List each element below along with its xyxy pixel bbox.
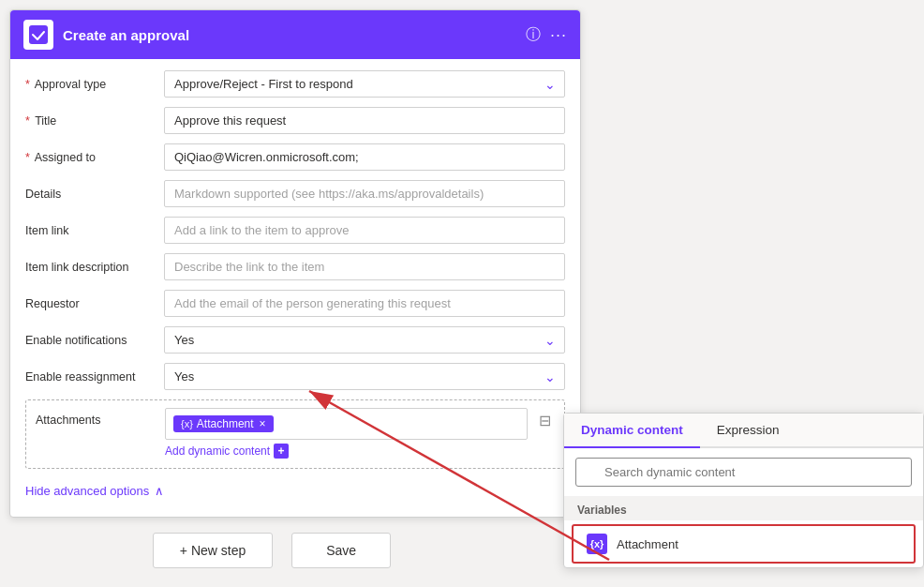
hide-advanced-label: Hide advanced options (25, 484, 149, 498)
approval-type-label: * Approval type (25, 78, 156, 91)
item-link-desc-input[interactable] (164, 253, 565, 280)
title-label: * Title (25, 114, 156, 128)
tab-dynamic-content[interactable]: Dynamic content (564, 414, 700, 448)
card-body: * Approval type Approve/Reject - First t… (10, 59, 580, 517)
variables-section-label: Variables (564, 496, 923, 520)
attachments-section: Attachments {x} Attachment × Add dynamic… (25, 399, 565, 469)
approval-type-row: * Approval type Approve/Reject - First t… (25, 70, 565, 98)
save-button[interactable]: Save (291, 533, 391, 568)
dynamic-content-panel: Dynamic content Expression 🔍 Variables {… (563, 413, 924, 568)
attachments-delete-icon[interactable]: ⊟ (535, 408, 555, 433)
search-icon-wrap: 🔍 (575, 458, 912, 487)
details-row: Details (25, 180, 565, 207)
assigned-to-input[interactable] (164, 143, 565, 171)
enable-notifications-select-wrap: Yes No ⌄ (164, 326, 565, 354)
add-dynamic-content-link[interactable]: Add dynamic content (165, 444, 270, 458)
title-row: * Title (25, 107, 565, 134)
dynamic-search-input[interactable] (575, 458, 912, 487)
attachments-header: Attachments {x} Attachment × Add dynamic… (26, 400, 564, 468)
item-link-row: Item link (25, 217, 565, 244)
create-approval-card: Create an approval ⓘ ··· * Approval type… (9, 9, 581, 518)
info-icon[interactable]: ⓘ (526, 25, 541, 45)
requestor-row: Requestor (25, 290, 565, 317)
attachment-tag-close-icon[interactable]: × (260, 417, 266, 430)
details-label: Details (25, 188, 156, 201)
attachments-dynamic-row: Add dynamic content + (165, 440, 528, 460)
attachments-label: Attachments (36, 408, 157, 427)
attachments-tags-row[interactable]: {x} Attachment × (165, 408, 528, 440)
enable-notifications-label: Enable notifications (25, 334, 156, 347)
enable-reassignment-select-wrap: Yes No ⌄ (164, 363, 565, 390)
enable-reassignment-row: Enable reassignment Yes No ⌄ (25, 363, 565, 390)
dynamic-attachment-item[interactable]: {x} Attachment (572, 524, 916, 564)
requestor-input[interactable] (164, 290, 565, 317)
card-title: Create an approval (63, 27, 516, 43)
attachment-tag-label: Attachment (197, 417, 254, 430)
hide-advanced-options[interactable]: Hide advanced options ∧ (25, 478, 565, 505)
approval-type-select-wrap: Approve/Reject - First to respond ⌄ (164, 70, 565, 98)
approval-type-select[interactable]: Approve/Reject - First to respond (164, 70, 565, 98)
dynamic-panel-tabs: Dynamic content Expression (564, 414, 923, 448)
dynamic-item-icon: {x} (587, 534, 607, 554)
enable-reassignment-label: Enable reassignment (25, 370, 156, 384)
bottom-actions: + New step Save (9, 533, 534, 568)
dynamic-search-row: 🔍 (564, 448, 923, 496)
hide-advanced-chevron-icon: ∧ (155, 484, 164, 498)
assigned-to-row: * Assigned to (25, 143, 565, 171)
item-link-desc-row: Item link description (25, 253, 565, 280)
item-link-input[interactable] (164, 217, 565, 244)
details-input[interactable] (164, 180, 565, 207)
new-step-button[interactable]: + New step (153, 533, 273, 568)
assigned-to-label: * Assigned to (25, 151, 156, 164)
enable-reassignment-select[interactable]: Yes No (164, 363, 565, 390)
tab-expression[interactable]: Expression (700, 414, 797, 448)
title-input[interactable] (164, 107, 565, 134)
card-header-icon (23, 20, 53, 50)
dynamic-plus-icon[interactable]: + (274, 444, 289, 459)
card-header: Create an approval ⓘ ··· (10, 10, 580, 59)
dynamic-item-label: Attachment (617, 537, 678, 551)
enable-notifications-select[interactable]: Yes No (164, 326, 565, 354)
more-icon[interactable]: ··· (550, 25, 567, 45)
requestor-label: Requestor (25, 297, 156, 310)
enable-notifications-row: Enable notifications Yes No ⌄ (25, 326, 565, 354)
item-link-label: Item link (25, 224, 156, 237)
item-link-desc-label: Item link description (25, 261, 156, 274)
attachments-content: {x} Attachment × Add dynamic content + (165, 408, 528, 460)
attachment-tag: {x} Attachment × (173, 415, 274, 432)
attachment-tag-icon: {x} (181, 418, 193, 429)
